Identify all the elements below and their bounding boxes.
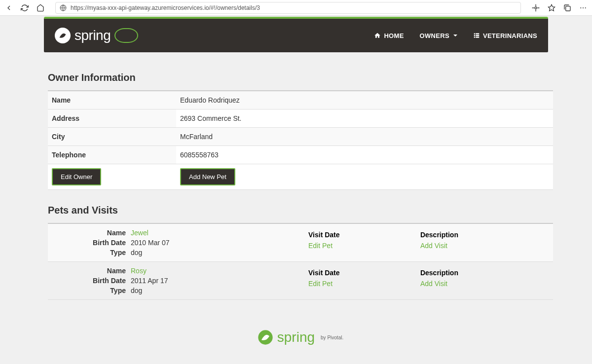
brand[interactable]: spring [55, 28, 138, 43]
list-icon [473, 32, 480, 39]
nav-owners[interactable]: OWNERS [420, 32, 457, 39]
pet-type-value: dog [131, 249, 296, 256]
nav-home[interactable]: HOME [374, 32, 404, 39]
table-row: Telephone 6085558763 [48, 146, 553, 164]
visit-desc-header: Description [417, 230, 548, 240]
pets-table: Name Jewel Birth Date 2010 Mar 07 Type d… [48, 223, 553, 300]
owner-info-table: Name Eduardo Rodriquez Address 2693 Comm… [48, 90, 553, 190]
owner-address-label: Address [48, 109, 176, 128]
pet-row: Name Rosy Birth Date 2011 Apr 17 Type do… [48, 262, 553, 300]
home-button[interactable] [36, 3, 45, 13]
nav-veterinarians[interactable]: VETERINARIANS [473, 32, 537, 39]
pet-name-label: Name [52, 267, 126, 275]
edit-pet-link[interactable]: Edit Pet [308, 280, 333, 288]
collections-icon[interactable] [562, 3, 572, 13]
svg-point-7 [585, 7, 586, 8]
table-row: Name Eduardo Rodriquez [48, 91, 553, 109]
pet-birthdate-value: 2010 Mar 07 [131, 239, 296, 247]
svg-rect-13 [474, 36, 475, 37]
back-button[interactable] [4, 3, 14, 13]
favorites-icon[interactable] [547, 3, 556, 13]
pet-type-label: Type [52, 249, 126, 256]
pets-visits-heading: Pets and Visits [48, 205, 553, 216]
pet-type-label: Type [52, 287, 126, 294]
svg-rect-14 [476, 36, 479, 37]
visits-table: Visit Date Description Edit Pet Add Visi… [304, 267, 549, 290]
svg-rect-9 [474, 33, 475, 34]
pet-birthdate-label: Birth Date [52, 277, 126, 285]
table-row: City McFarland [48, 128, 553, 146]
owner-name-label: Name [48, 91, 176, 109]
owner-telephone-label: Telephone [48, 146, 176, 164]
visits-table: Visit Date Description Edit Pet Add Visi… [304, 229, 549, 252]
footer-byline: by Pivotal. [321, 335, 343, 340]
owner-city-value: McFarland [176, 128, 553, 146]
table-row: Edit Owner Add New Pet [48, 164, 553, 190]
pet-name-label: Name [52, 229, 126, 237]
pet-birthdate-value: 2011 Apr 17 [131, 277, 296, 285]
brand-text: spring [74, 28, 111, 43]
svg-marker-3 [548, 4, 555, 11]
owner-name-value: Eduardo Rodriquez [176, 91, 553, 109]
add-visit-link[interactable]: Add Visit [420, 242, 447, 250]
spring-footer-icon [258, 329, 273, 345]
pet-name-link[interactable]: Jewel [131, 229, 296, 237]
edit-pet-link[interactable]: Edit Pet [308, 242, 333, 250]
edit-owner-button[interactable]: Edit Owner [52, 168, 101, 185]
main-navbar: spring HOME OWNERS VETERINARIANS [44, 19, 548, 52]
svg-point-5 [580, 7, 581, 8]
pet-row: Name Jewel Birth Date 2010 Mar 07 Type d… [48, 223, 553, 262]
extension-icon[interactable] [531, 3, 541, 13]
browser-toolbar: https://myasa-xxx-api-gateway.azuremicro… [0, 0, 592, 16]
owner-city-label: City [48, 128, 176, 146]
visit-date-header: Visit Date [305, 268, 416, 278]
add-pet-button[interactable]: Add New Pet [180, 168, 235, 185]
footer-brand-text: spring [277, 329, 315, 345]
address-bar[interactable]: https://myasa-xxx-api-gateway.azuremicro… [55, 2, 521, 14]
pet-type-value: dog [131, 287, 296, 294]
table-row: Address 2693 Commerce St. [48, 109, 553, 128]
caret-down-icon [453, 35, 457, 36]
footer: spring by Pivotal. [48, 300, 553, 357]
svg-rect-11 [474, 35, 475, 36]
visit-date-header: Visit Date [305, 230, 416, 240]
svg-rect-12 [476, 35, 479, 36]
pet-name-link[interactable]: Rosy [131, 267, 296, 275]
refresh-button[interactable] [20, 3, 30, 13]
owner-telephone-value: 6085558763 [176, 146, 553, 164]
pet-birthdate-label: Birth Date [52, 239, 126, 247]
leaf-icon [114, 28, 138, 43]
visit-desc-header: Description [417, 268, 548, 278]
add-visit-link[interactable]: Add Visit [420, 280, 447, 288]
spring-logo-icon [55, 28, 71, 43]
owner-info-heading: Owner Information [48, 72, 553, 83]
url-text: https://myasa-xxx-api-gateway.azuremicro… [71, 4, 260, 11]
home-icon [374, 32, 381, 39]
menu-icon[interactable] [578, 3, 588, 13]
svg-point-2 [535, 7, 537, 9]
globe-icon [60, 4, 67, 11]
svg-point-6 [583, 7, 584, 8]
owner-address-value: 2693 Commerce St. [176, 109, 553, 128]
svg-rect-10 [476, 33, 479, 34]
svg-rect-4 [566, 6, 570, 10]
